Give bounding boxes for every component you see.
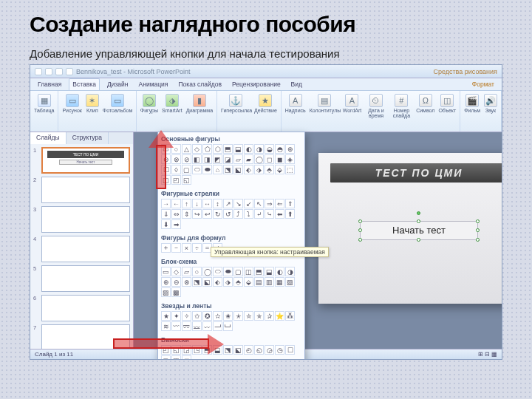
shape-option[interactable]: ◈ [285, 154, 295, 164]
textbox-button[interactable]: AНадпись [284, 93, 307, 119]
tab-format[interactable]: Формат [469, 79, 497, 90]
shape-option[interactable]: ⇕ [182, 209, 191, 219]
shape-option[interactable]: ✧ [182, 311, 191, 321]
chart-button[interactable]: ▮Диаграмма [185, 93, 214, 114]
undo-icon[interactable] [55, 68, 63, 75]
shape-option[interactable]: ◳ [192, 345, 202, 355]
shape-option[interactable]: ⬙ [275, 165, 284, 174]
shape-option[interactable]: ⬒ [223, 144, 233, 154]
shape-option[interactable]: ⬓ [265, 267, 274, 276]
shape-option[interactable]: ➡ [171, 219, 181, 229]
action-button[interactable]: ★Действие [253, 93, 278, 114]
movie-button[interactable]: 🎬Фильм [463, 93, 481, 114]
shape-option[interactable]: ⬗ [254, 165, 264, 174]
shape-option[interactable]: ⬠ [202, 144, 212, 154]
shape-option[interactable]: ÷ [192, 243, 202, 253]
shape-option[interactable]: ◨ [202, 154, 212, 164]
picture-button[interactable]: ▭Рисунок [61, 93, 82, 114]
shape-option[interactable]: ⊕ [161, 277, 171, 287]
shape-option[interactable]: ▭ [161, 144, 171, 154]
resize-handle[interactable] [358, 228, 362, 232]
shape-option[interactable]: ↖ [254, 199, 264, 208]
shape-option[interactable]: ＋ [161, 243, 171, 253]
shape-option[interactable]: ⌂ [213, 165, 222, 174]
shape-option[interactable]: ▥ [265, 277, 274, 287]
shape-option[interactable]: ⤵ [244, 209, 253, 219]
shape-option[interactable]: ✪ [202, 311, 212, 321]
shape-option[interactable]: △ [182, 144, 191, 154]
shape-option[interactable]: ⬒ [254, 267, 264, 276]
shape-option[interactable]: ↺ [223, 209, 233, 219]
shape-option[interactable]: ▱ [182, 267, 191, 276]
office-button[interactable] [35, 68, 42, 75]
object-button[interactable]: ◫Объект [437, 93, 457, 119]
shape-option[interactable]: ◱ [182, 175, 191, 185]
shape-option[interactable]: ⬡ [213, 144, 222, 154]
shape-option[interactable]: ◑ [285, 267, 295, 276]
shape-option[interactable]: ⏔ [182, 321, 191, 331]
shape-option[interactable]: ⬓ [213, 345, 222, 355]
shape-option[interactable]: ✭ [233, 311, 243, 321]
shape-option[interactable]: ⬬ [202, 165, 212, 174]
shape-option[interactable]: ⇑ [285, 199, 295, 208]
shape-option[interactable]: ↪ [192, 209, 202, 219]
thumbnail-7[interactable] [41, 324, 130, 349]
shape-option[interactable]: ⏗ [213, 321, 222, 331]
symbol-button[interactable]: ΩСимвол [415, 93, 435, 119]
shape-option[interactable]: ← [171, 199, 181, 208]
shape-option[interactable]: ↓ [192, 199, 202, 208]
shape-option[interactable]: ▢ [182, 165, 191, 174]
shape-option[interactable]: － [171, 243, 181, 253]
shape-option[interactable]: ▦ [275, 277, 284, 287]
shape-option[interactable]: ○ [192, 267, 202, 276]
shape-option[interactable]: ↕ [213, 199, 222, 208]
shape-option[interactable]: ◼ [275, 154, 284, 164]
shape-option[interactable]: ⬔ [192, 277, 202, 287]
shape-option[interactable]: ○ [171, 144, 181, 154]
shape-option[interactable]: ◯ [202, 267, 212, 276]
shape-option[interactable]: ⬔ [223, 165, 233, 174]
shape-option[interactable]: ◻ [265, 154, 274, 164]
shape-option[interactable]: ◰ [161, 345, 171, 355]
hyperlink-button[interactable]: ⚓Гиперссылка [220, 93, 251, 114]
shape-option[interactable]: ⤴ [233, 209, 243, 219]
shape-option[interactable]: ⬭ [192, 165, 202, 174]
resize-handle[interactable] [476, 238, 480, 242]
shape-option[interactable]: ⇓ [161, 209, 171, 219]
shape-option[interactable]: ✬ [223, 311, 233, 321]
tab-home[interactable]: Главная [35, 79, 64, 90]
resize-handle[interactable] [358, 238, 362, 242]
shape-option[interactable]: ⭐ [275, 311, 284, 321]
shape-option[interactable]: ⬖ [244, 165, 253, 174]
shape-option[interactable]: ⬙ [244, 277, 253, 287]
shape-option[interactable]: ⊖ [161, 154, 171, 164]
shape-option[interactable]: × [182, 243, 191, 253]
shape-option[interactable]: ⬘ [265, 165, 274, 174]
resize-handle[interactable] [476, 219, 480, 223]
shape-option[interactable]: ↘ [233, 199, 243, 208]
shape-option[interactable]: ◩ [213, 154, 222, 164]
redo-icon[interactable] [66, 68, 73, 75]
shape-option[interactable]: ◐ [275, 267, 284, 276]
shape-option[interactable]: ▢ [233, 267, 243, 276]
shape-option[interactable]: ⇔ [171, 209, 181, 219]
shape-option[interactable]: ◪ [223, 154, 233, 164]
shape-option[interactable]: ⊘ [182, 154, 191, 164]
shape-option[interactable]: ⊗ [182, 277, 191, 287]
thumbnail-1[interactable]: ТЕСТ ПО ЦМИ Начать тест [41, 147, 130, 174]
slidenumber-button[interactable]: #Номер слайда [390, 93, 413, 119]
shape-option[interactable]: ◒ [265, 144, 274, 154]
shape-option[interactable]: ✦ [171, 311, 181, 321]
shape-option[interactable]: ◷ [275, 345, 284, 355]
shape-option[interactable]: ◫ [171, 355, 181, 360]
tab-slides[interactable]: Слайды [30, 132, 66, 144]
shape-option[interactable]: ⬚ [285, 165, 295, 174]
shape-option[interactable]: ◐ [244, 144, 253, 154]
shape-option[interactable]: ⊗ [171, 154, 181, 164]
shape-option[interactable]: ✩ [192, 311, 202, 321]
shapes-button[interactable]: ◯Фигуры [140, 93, 159, 114]
shape-option[interactable]: ⏘ [223, 321, 233, 331]
shape-option[interactable]: ↙ [244, 199, 253, 208]
resize-handle[interactable] [358, 219, 362, 223]
thumbnail-6[interactable] [41, 295, 130, 321]
